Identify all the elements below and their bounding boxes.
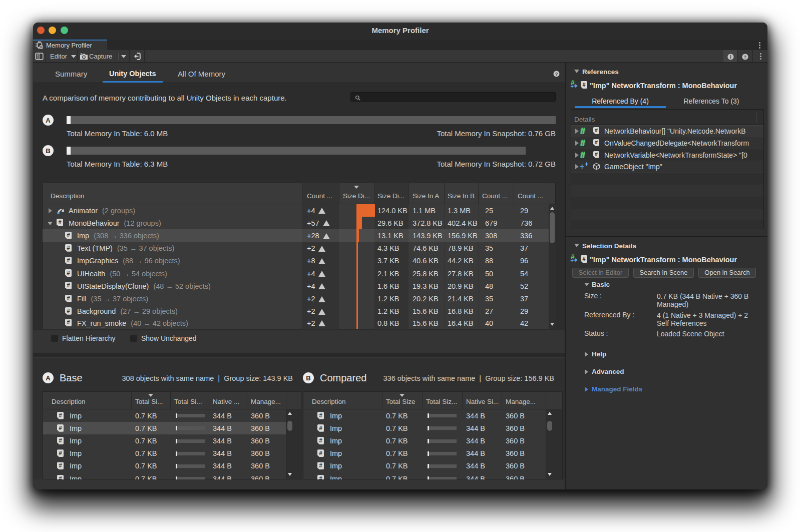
svg-text:?: ? <box>744 55 746 60</box>
svg-text:?: ? <box>555 72 558 77</box>
